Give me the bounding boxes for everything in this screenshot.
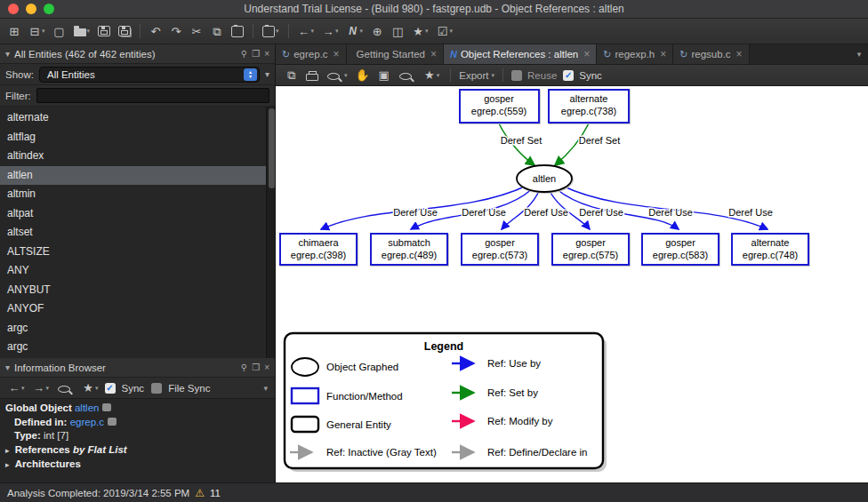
graph-canvas[interactable]: Deref Set Deref Set Deref Use Deref Use … (276, 86, 868, 482)
editor-tab[interactable]: ↻ egrep.c × (276, 44, 347, 64)
graph-node[interactable]: alternate egrep.c(738) (549, 90, 629, 123)
entity-list-item[interactable]: argc (0, 319, 266, 339)
disclosure-triangle-icon[interactable]: ▸ (5, 460, 10, 469)
back-icon[interactable]: ← ▾ (5, 378, 28, 398)
graph-node[interactable]: submatch egrep.c(489) (371, 234, 447, 265)
search-icon[interactable]: ▾ (54, 378, 76, 398)
collapse-panel-icon[interactable]: ▾ (5, 363, 10, 372)
favorites-icon[interactable]: ★ ▾ (409, 21, 431, 41)
defined-in-link[interactable]: egrep.c (70, 417, 104, 427)
entity-list-item[interactable]: ALTSIZE (0, 243, 266, 262)
tab-close-icon[interactable]: × (736, 48, 743, 60)
entity-list-item[interactable]: alternate (0, 108, 266, 128)
entity-list-item[interactable]: altmin (0, 185, 266, 204)
close-window-button[interactable] (8, 4, 19, 14)
float-panel-icon[interactable]: ❐ (252, 363, 260, 372)
open-file-icon[interactable]: ▾ (71, 21, 93, 41)
graph-node[interactable]: gosper egrep.c(573) (462, 234, 538, 265)
editor-tab[interactable]: ↻ regexp.h × (597, 44, 673, 64)
expand-icon[interactable] (102, 403, 111, 411)
graph-node[interactable]: chimaera egrep.c(398) (280, 234, 357, 265)
graph-node[interactable]: gosper egrep.c(559) (460, 90, 539, 123)
undo-icon[interactable]: ↶ ▾ (147, 21, 165, 41)
close-panel-icon[interactable]: × (264, 49, 269, 59)
file-sync-checkbox[interactable] (151, 383, 162, 394)
entity-list-item[interactable]: ANYBUT (0, 281, 266, 300)
entity-list-item[interactable]: argc (0, 338, 266, 357)
print-icon[interactable]: ▾ (303, 66, 321, 85)
copy-icon[interactable]: ⧉ ▾ (208, 21, 226, 41)
graph-node-center[interactable]: altlen (517, 165, 572, 192)
global-object-link[interactable]: altlen (75, 402, 100, 413)
close-panel-icon[interactable]: × (264, 363, 269, 372)
tab-close-icon[interactable]: × (334, 48, 340, 60)
new-file-icon[interactable]: ▢ ▾ (51, 21, 68, 41)
info-row-references[interactable]: ▸ References by Flat List (5, 443, 269, 458)
zoom-select-icon[interactable]: ▾ (396, 66, 418, 85)
reuse-checkbox[interactable] (511, 70, 522, 81)
new-project-icon[interactable]: ⊞ ▾ (5, 21, 23, 41)
paste-icon[interactable]: ▾ (229, 21, 246, 41)
redo-icon[interactable]: ↷ ▾ (167, 21, 185, 41)
pin-icon[interactable]: ⚲ (241, 363, 247, 372)
metrics-icon[interactable]: N ▾ (344, 21, 366, 41)
graph-sync-checkbox[interactable] (563, 70, 574, 81)
entity-list-item[interactable]: altindex (0, 147, 266, 166)
expand-icon[interactable] (108, 418, 117, 426)
collapse-panel-icon[interactable]: ▾ (5, 49, 10, 59)
edge-label: Deref Set (579, 135, 620, 146)
zoom-icon[interactable]: ▾ (324, 66, 350, 85)
export-button[interactable]: Export ▾ (459, 70, 494, 81)
sync-checkbox[interactable] (105, 383, 116, 394)
web-icon[interactable]: ⊕ ▾ (368, 21, 386, 41)
copy-graph-icon[interactable]: ⧉ ▾ (283, 66, 301, 85)
edge-label: Deref Use (524, 207, 568, 218)
tab-close-icon[interactable]: × (660, 48, 666, 60)
entity-list-item[interactable]: ANYOF (0, 299, 266, 319)
filter-input[interactable] (36, 88, 269, 103)
pan-hand-icon[interactable]: ✋ ▾ (353, 66, 373, 85)
panel-menu-icon[interactable]: ▾ (265, 69, 269, 79)
warning-count[interactable]: 11 (210, 488, 221, 498)
open-project-icon[interactable]: ⊟ ▾ (26, 21, 48, 41)
editor-tab[interactable]: Getting Started × (347, 44, 444, 64)
save-icon[interactable]: ▾ (95, 21, 113, 41)
favorites-icon[interactable]: ★ ▾ (79, 378, 101, 398)
minimize-window-button[interactable] (26, 4, 36, 14)
info-row-architectures[interactable]: ▸ Architectures (5, 458, 269, 473)
editor-tab[interactable]: N Object References : altlen × (444, 44, 597, 64)
editor-tab[interactable]: ↻ regsub.c × (673, 44, 749, 64)
warning-icon[interactable]: ⚠ (195, 487, 205, 499)
checklist-icon[interactable]: ☑ ▾ (434, 21, 456, 41)
selection-mode-icon[interactable]: ▣ ▾ (375, 66, 393, 85)
tab-close-icon[interactable]: × (430, 48, 437, 60)
panel-menu-icon[interactable]: ▾ (261, 384, 269, 393)
entity-browser-icon[interactable]: ◫ ▾ (389, 21, 406, 41)
entity-list-item[interactable]: altset (0, 223, 266, 243)
forward-icon[interactable]: → ▾ (30, 378, 52, 398)
favorites-icon[interactable]: ★ ▾ (421, 66, 443, 85)
tab-list-button[interactable]: ▾ (850, 44, 868, 64)
entities-scrollbar[interactable] (266, 107, 275, 358)
pin-icon[interactable]: ⚲ (241, 49, 247, 59)
entity-list-item[interactable]: altflag (0, 128, 266, 147)
toolbar-button-icon (327, 73, 340, 80)
zoom-window-button[interactable] (44, 4, 54, 14)
cut-icon[interactable]: ✂ ▾ (188, 21, 205, 41)
entity-list-item[interactable]: altlen (0, 166, 266, 186)
graph-node[interactable]: gosper egrep.c(583) (642, 234, 719, 265)
scrollbar-thumb[interactable] (269, 108, 275, 188)
disclosure-triangle-icon[interactable]: ▸ (5, 446, 10, 455)
entity-kind-dropdown[interactable]: All Entities ▴▾ (39, 67, 260, 83)
toolbar-button-icon (399, 73, 412, 80)
paste-special-icon[interactable]: ▾ (260, 21, 282, 41)
tab-close-icon[interactable]: × (583, 48, 590, 60)
nav-back-icon[interactable]: ← ▾ (295, 21, 317, 41)
nav-forward-icon[interactable]: → ▾ (319, 21, 342, 41)
graph-node[interactable]: gosper egrep.c(575) (552, 234, 629, 265)
graph-node[interactable]: alternate egrep.c(748) (732, 234, 808, 265)
save-all-icon[interactable]: ▾ (116, 21, 133, 41)
float-panel-icon[interactable]: ❐ (252, 49, 260, 59)
entity-list-item[interactable]: ANY (0, 261, 266, 281)
entity-list-item[interactable]: altpat (0, 204, 266, 224)
